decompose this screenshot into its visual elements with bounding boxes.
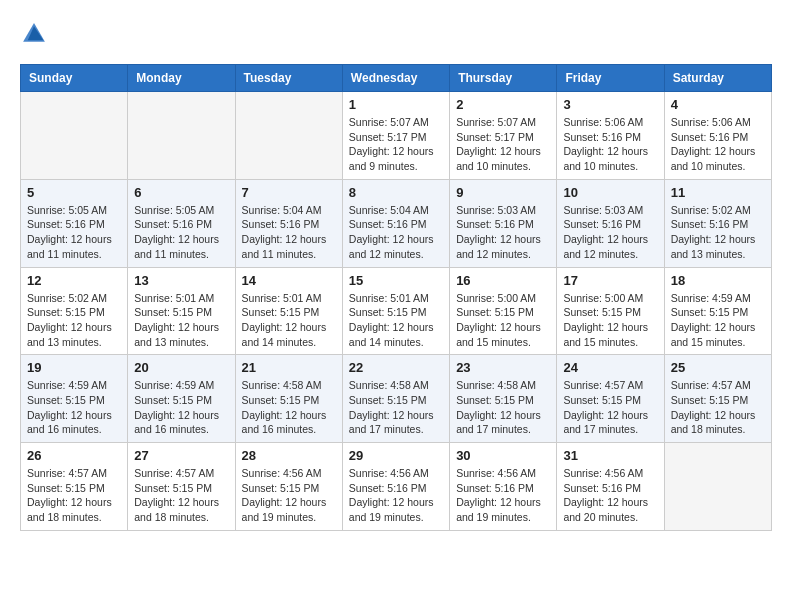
calendar-cell: 5Sunrise: 5:05 AM Sunset: 5:16 PM Daylig… [21, 179, 128, 267]
day-number: 17 [563, 273, 657, 288]
calendar-cell: 28Sunrise: 4:56 AM Sunset: 5:15 PM Dayli… [235, 443, 342, 531]
day-number: 3 [563, 97, 657, 112]
page-header [20, 20, 772, 48]
calendar-week-row: 1Sunrise: 5:07 AM Sunset: 5:17 PM Daylig… [21, 92, 772, 180]
day-info: Sunrise: 4:58 AM Sunset: 5:15 PM Dayligh… [456, 378, 550, 437]
day-info: Sunrise: 5:05 AM Sunset: 5:16 PM Dayligh… [27, 203, 121, 262]
calendar-week-row: 19Sunrise: 4:59 AM Sunset: 5:15 PM Dayli… [21, 355, 772, 443]
day-number: 2 [456, 97, 550, 112]
day-info: Sunrise: 5:03 AM Sunset: 5:16 PM Dayligh… [563, 203, 657, 262]
day-number: 5 [27, 185, 121, 200]
day-number: 23 [456, 360, 550, 375]
day-info: Sunrise: 4:56 AM Sunset: 5:16 PM Dayligh… [563, 466, 657, 525]
day-info: Sunrise: 4:57 AM Sunset: 5:15 PM Dayligh… [27, 466, 121, 525]
calendar-cell: 31Sunrise: 4:56 AM Sunset: 5:16 PM Dayli… [557, 443, 664, 531]
day-number: 1 [349, 97, 443, 112]
calendar-cell: 23Sunrise: 4:58 AM Sunset: 5:15 PM Dayli… [450, 355, 557, 443]
day-info: Sunrise: 4:56 AM Sunset: 5:16 PM Dayligh… [349, 466, 443, 525]
calendar-cell: 8Sunrise: 5:04 AM Sunset: 5:16 PM Daylig… [342, 179, 449, 267]
day-info: Sunrise: 5:03 AM Sunset: 5:16 PM Dayligh… [456, 203, 550, 262]
weekday-header: Monday [128, 65, 235, 92]
calendar-header-row: SundayMondayTuesdayWednesdayThursdayFrid… [21, 65, 772, 92]
day-info: Sunrise: 5:04 AM Sunset: 5:16 PM Dayligh… [242, 203, 336, 262]
calendar-cell: 26Sunrise: 4:57 AM Sunset: 5:15 PM Dayli… [21, 443, 128, 531]
day-number: 10 [563, 185, 657, 200]
calendar-cell [664, 443, 771, 531]
day-number: 31 [563, 448, 657, 463]
day-info: Sunrise: 5:00 AM Sunset: 5:15 PM Dayligh… [563, 291, 657, 350]
calendar-cell: 21Sunrise: 4:58 AM Sunset: 5:15 PM Dayli… [235, 355, 342, 443]
day-number: 8 [349, 185, 443, 200]
calendar-cell: 25Sunrise: 4:57 AM Sunset: 5:15 PM Dayli… [664, 355, 771, 443]
day-number: 19 [27, 360, 121, 375]
day-info: Sunrise: 5:01 AM Sunset: 5:15 PM Dayligh… [349, 291, 443, 350]
day-info: Sunrise: 4:57 AM Sunset: 5:15 PM Dayligh… [134, 466, 228, 525]
calendar-cell: 18Sunrise: 4:59 AM Sunset: 5:15 PM Dayli… [664, 267, 771, 355]
day-info: Sunrise: 4:59 AM Sunset: 5:15 PM Dayligh… [671, 291, 765, 350]
day-info: Sunrise: 5:06 AM Sunset: 5:16 PM Dayligh… [563, 115, 657, 174]
day-number: 25 [671, 360, 765, 375]
calendar-cell: 16Sunrise: 5:00 AM Sunset: 5:15 PM Dayli… [450, 267, 557, 355]
day-info: Sunrise: 4:57 AM Sunset: 5:15 PM Dayligh… [671, 378, 765, 437]
day-number: 22 [349, 360, 443, 375]
day-info: Sunrise: 4:58 AM Sunset: 5:15 PM Dayligh… [242, 378, 336, 437]
calendar-table: SundayMondayTuesdayWednesdayThursdayFrid… [20, 64, 772, 531]
day-number: 27 [134, 448, 228, 463]
day-info: Sunrise: 5:07 AM Sunset: 5:17 PM Dayligh… [456, 115, 550, 174]
day-info: Sunrise: 5:07 AM Sunset: 5:17 PM Dayligh… [349, 115, 443, 174]
logo-icon [20, 20, 48, 48]
day-info: Sunrise: 5:01 AM Sunset: 5:15 PM Dayligh… [242, 291, 336, 350]
calendar-cell: 12Sunrise: 5:02 AM Sunset: 5:15 PM Dayli… [21, 267, 128, 355]
day-number: 18 [671, 273, 765, 288]
weekday-header: Saturday [664, 65, 771, 92]
calendar-cell: 22Sunrise: 4:58 AM Sunset: 5:15 PM Dayli… [342, 355, 449, 443]
logo [20, 20, 52, 48]
calendar-cell: 24Sunrise: 4:57 AM Sunset: 5:15 PM Dayli… [557, 355, 664, 443]
calendar-cell [235, 92, 342, 180]
calendar-cell: 3Sunrise: 5:06 AM Sunset: 5:16 PM Daylig… [557, 92, 664, 180]
calendar-cell: 19Sunrise: 4:59 AM Sunset: 5:15 PM Dayli… [21, 355, 128, 443]
day-number: 15 [349, 273, 443, 288]
calendar-cell: 1Sunrise: 5:07 AM Sunset: 5:17 PM Daylig… [342, 92, 449, 180]
calendar-cell: 20Sunrise: 4:59 AM Sunset: 5:15 PM Dayli… [128, 355, 235, 443]
weekday-header: Wednesday [342, 65, 449, 92]
day-info: Sunrise: 5:02 AM Sunset: 5:16 PM Dayligh… [671, 203, 765, 262]
day-info: Sunrise: 4:59 AM Sunset: 5:15 PM Dayligh… [134, 378, 228, 437]
calendar-cell [21, 92, 128, 180]
calendar-cell: 6Sunrise: 5:05 AM Sunset: 5:16 PM Daylig… [128, 179, 235, 267]
day-info: Sunrise: 4:57 AM Sunset: 5:15 PM Dayligh… [563, 378, 657, 437]
day-number: 16 [456, 273, 550, 288]
day-info: Sunrise: 5:05 AM Sunset: 5:16 PM Dayligh… [134, 203, 228, 262]
day-number: 29 [349, 448, 443, 463]
calendar-week-row: 12Sunrise: 5:02 AM Sunset: 5:15 PM Dayli… [21, 267, 772, 355]
day-info: Sunrise: 5:01 AM Sunset: 5:15 PM Dayligh… [134, 291, 228, 350]
day-info: Sunrise: 5:06 AM Sunset: 5:16 PM Dayligh… [671, 115, 765, 174]
calendar-cell: 29Sunrise: 4:56 AM Sunset: 5:16 PM Dayli… [342, 443, 449, 531]
day-number: 30 [456, 448, 550, 463]
day-info: Sunrise: 4:56 AM Sunset: 5:15 PM Dayligh… [242, 466, 336, 525]
day-number: 28 [242, 448, 336, 463]
calendar-cell: 9Sunrise: 5:03 AM Sunset: 5:16 PM Daylig… [450, 179, 557, 267]
day-number: 21 [242, 360, 336, 375]
day-info: Sunrise: 5:00 AM Sunset: 5:15 PM Dayligh… [456, 291, 550, 350]
calendar-cell: 17Sunrise: 5:00 AM Sunset: 5:15 PM Dayli… [557, 267, 664, 355]
calendar-cell: 14Sunrise: 5:01 AM Sunset: 5:15 PM Dayli… [235, 267, 342, 355]
day-number: 7 [242, 185, 336, 200]
day-number: 20 [134, 360, 228, 375]
calendar-week-row: 5Sunrise: 5:05 AM Sunset: 5:16 PM Daylig… [21, 179, 772, 267]
weekday-header: Thursday [450, 65, 557, 92]
calendar-week-row: 26Sunrise: 4:57 AM Sunset: 5:15 PM Dayli… [21, 443, 772, 531]
calendar-cell: 30Sunrise: 4:56 AM Sunset: 5:16 PM Dayli… [450, 443, 557, 531]
calendar-cell: 15Sunrise: 5:01 AM Sunset: 5:15 PM Dayli… [342, 267, 449, 355]
day-number: 13 [134, 273, 228, 288]
day-number: 26 [27, 448, 121, 463]
weekday-header: Tuesday [235, 65, 342, 92]
day-info: Sunrise: 4:59 AM Sunset: 5:15 PM Dayligh… [27, 378, 121, 437]
calendar-cell: 11Sunrise: 5:02 AM Sunset: 5:16 PM Dayli… [664, 179, 771, 267]
day-number: 11 [671, 185, 765, 200]
day-number: 24 [563, 360, 657, 375]
day-number: 4 [671, 97, 765, 112]
weekday-header: Sunday [21, 65, 128, 92]
day-info: Sunrise: 5:02 AM Sunset: 5:15 PM Dayligh… [27, 291, 121, 350]
calendar-cell [128, 92, 235, 180]
